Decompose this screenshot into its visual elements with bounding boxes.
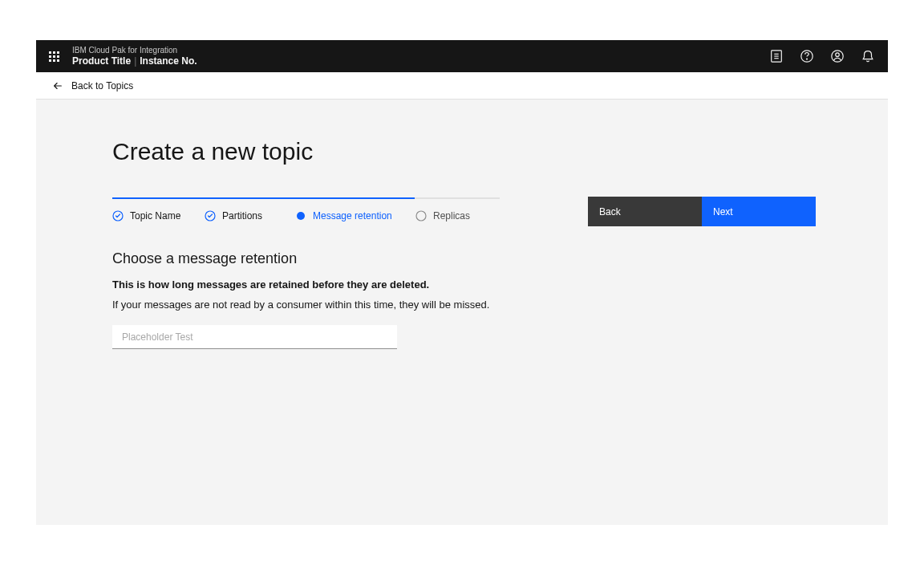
back-to-topics-link[interactable]: Back to Topics (52, 80, 133, 91)
header-main-title: Product Title | Instance No. (72, 55, 197, 67)
retention-input[interactable] (112, 325, 397, 349)
help-icon[interactable] (800, 49, 814, 63)
svg-point-11 (416, 211, 426, 221)
step-label: Replicas (433, 210, 470, 222)
section-description: If your messages are not read by a consu… (112, 299, 812, 311)
arrow-left-icon (52, 80, 63, 91)
svg-point-7 (836, 53, 840, 57)
notification-icon[interactable] (861, 49, 875, 63)
step-label: Message retention (313, 210, 392, 222)
progress-fill (112, 197, 415, 199)
checkmark-icon (112, 210, 124, 222)
instance-no: Instance No. (140, 55, 197, 67)
main-container: IBM Cloud Pak for Integration Product Ti… (36, 40, 888, 525)
incomplete-step-icon (415, 210, 427, 222)
step-replicas[interactable]: Replicas (415, 210, 500, 222)
product-title: Product Title (72, 55, 131, 67)
step-label: Partitions (222, 210, 262, 222)
user-icon[interactable] (830, 49, 845, 63)
header-subtitle: IBM Cloud Pak for Integration (72, 46, 197, 55)
header-titles: IBM Cloud Pak for Integration Product Ti… (72, 46, 197, 67)
catalog-icon[interactable] (769, 49, 784, 63)
progress-steps: Topic Name Partitions Message retention (112, 197, 500, 222)
back-label: Back to Topics (71, 80, 133, 91)
section-title: Choose a message retention (112, 250, 812, 267)
action-buttons: Back Next (588, 197, 816, 226)
title-divider: | (134, 55, 136, 67)
section-bold-text: This is how long messages are retained b… (112, 278, 812, 291)
current-step-icon (295, 210, 306, 222)
back-button[interactable]: Back (588, 197, 702, 226)
global-header: IBM Cloud Pak for Integration Product Ti… (36, 40, 888, 72)
svg-point-10 (297, 212, 305, 220)
progress-wrapper: Topic Name Partitions Message retention (112, 197, 812, 226)
page-title: Create a new topic (112, 138, 812, 165)
content-area: Create a new topic Topic Name (36, 100, 888, 388)
checkmark-icon (205, 210, 216, 222)
next-button[interactable]: Next (702, 197, 816, 226)
svg-point-5 (807, 59, 808, 59)
steps-row: Topic Name Partitions Message retention (112, 210, 500, 222)
back-bar: Back to Topics (36, 72, 888, 100)
step-label: Topic Name (130, 210, 180, 222)
step-topic-name[interactable]: Topic Name (112, 210, 205, 222)
step-message-retention[interactable]: Message retention (295, 210, 415, 222)
step-partitions[interactable]: Partitions (205, 210, 295, 222)
app-switcher-icon[interactable] (49, 51, 59, 62)
progress-bar (112, 197, 500, 199)
header-actions (769, 49, 875, 63)
